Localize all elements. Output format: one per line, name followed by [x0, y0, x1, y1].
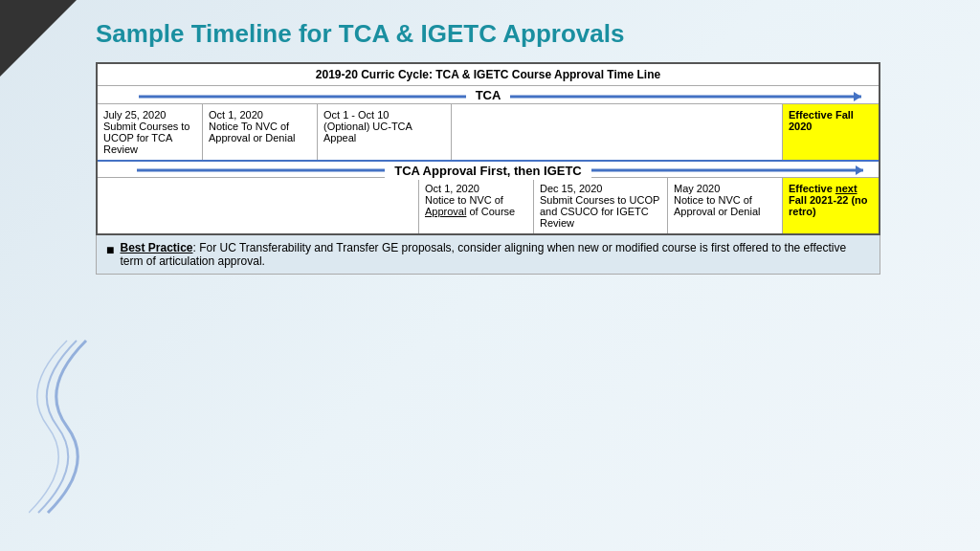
- tca-cell-1: July 25, 2020Submit Courses to UCOP for …: [98, 104, 203, 160]
- tca-cell-3: Oct 1 - Oct 10(Optional) UC-TCA Appeal: [318, 104, 452, 160]
- best-practice-line: ■ Best Practice: For UC Transferability …: [106, 241, 870, 268]
- igetc-arrow-bar: TCA Approval First, then IGETC: [98, 162, 879, 179]
- igetc-cell-2: Oct 1, 2020Notice to NVC of Approval of …: [419, 178, 534, 233]
- igetc-cell-1: [98, 178, 419, 233]
- bullet-icon: ■: [106, 242, 114, 257]
- igetc-cell-4: May 2020Notice to NVC of Approval or Den…: [668, 178, 783, 233]
- igetc-data-row: Oct 1, 2020Notice to NVC of Approval of …: [98, 177, 879, 233]
- tca-label-text: TCA: [466, 88, 511, 102]
- table-header: 2019-20 Curric Cycle: TCA & IGETC Course…: [98, 64, 879, 86]
- tca-arrow-head: [854, 92, 861, 101]
- slide-content: Sample Timeline for TCA & IGETC Approval…: [77, 0, 980, 551]
- tca-data-row: July 25, 2020Submit Courses to UCOP for …: [98, 103, 879, 160]
- igetc-cell-3: Dec 15, 2020Submit Courses to UCOP and C…: [534, 178, 668, 233]
- igetc-arrow-head: [856, 165, 863, 175]
- tca-cell-2: Oct 1, 2020Notice To NVC of Approval or …: [203, 104, 318, 160]
- tca-label-row: TCA: [98, 86, 879, 103]
- tca-cell-4: [452, 104, 783, 160]
- tca-cell-5-effective: Effective Fall 2020: [783, 104, 879, 160]
- timeline-table: 2019-20 Curric Cycle: TCA & IGETC Course…: [96, 62, 880, 235]
- slide-title: Sample Timeline for TCA & IGETC Approval…: [96, 19, 951, 49]
- deco-triangle: [0, 0, 77, 77]
- best-practice-section: ■ Best Practice: For UC Transferability …: [96, 235, 880, 275]
- igetc-cell-5-effective: Effective next Fall 2021-22 (no retro): [783, 178, 879, 233]
- igetc-label-row: TCA Approval First, then IGETC: [98, 160, 879, 177]
- best-practice-text: Best Practice: For UC Transferability an…: [120, 241, 870, 268]
- tca-arrow-bar: TCA: [100, 88, 877, 105]
- igetc-label-text: TCA Approval First, then IGETC: [385, 162, 591, 180]
